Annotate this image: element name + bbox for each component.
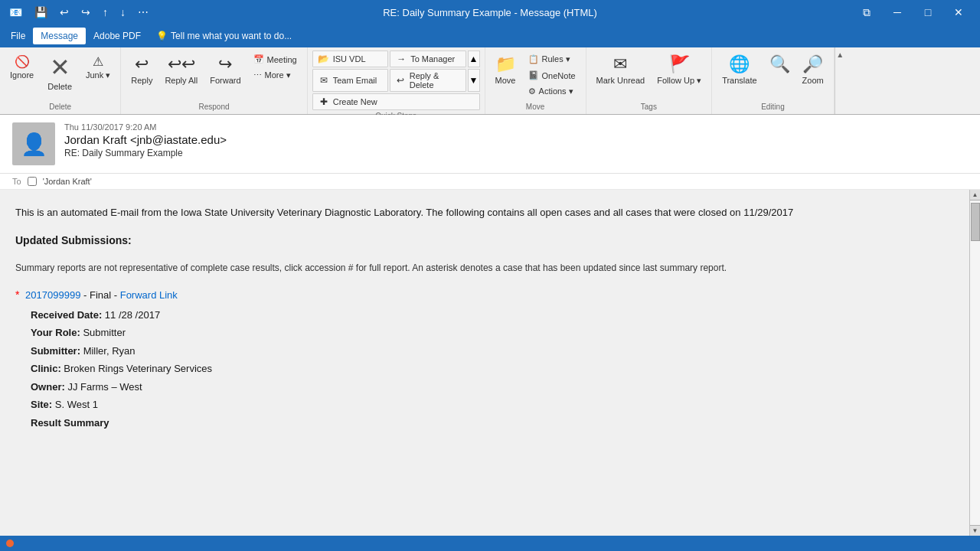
received-date-row: Received Date: 11 /28 /2017 <box>31 308 954 323</box>
qs-createnew-label: Create New <box>333 97 377 106</box>
follow-up-label: Follow Up ▾ <box>657 76 701 86</box>
forward-link[interactable]: Forward Link <box>120 289 178 301</box>
editing-buttons: 🌐 Translate 🔍 🔎 Zoom <box>717 51 829 101</box>
junk-label: Junk ▾ <box>86 70 110 80</box>
ribbon-group-tags: ✉ Mark Unread 🚩 Follow Up ▾ Tags <box>586 47 713 114</box>
actions-label: Actions ▾ <box>539 86 573 96</box>
your-role-value: Submitter <box>83 327 126 338</box>
tell-me-box[interactable]: 💡 Tell me what you want to do... <box>149 28 299 44</box>
rules-button[interactable]: 📋 Rules ▾ <box>523 52 581 67</box>
mark-unread-label: Mark Unread <box>596 76 645 85</box>
forward-button[interactable]: ↪ Forward <box>204 51 246 89</box>
more-icon: ⋯ <box>253 70 262 80</box>
ribbon-group-editing: 🌐 Translate 🔍 🔎 Zoom Editing <box>712 47 835 114</box>
editing-group-label: Editing <box>761 101 785 111</box>
asterisk-icon: * <box>15 289 19 301</box>
red-dot-icon <box>6 540 14 547</box>
move-button[interactable]: 📁 Move <box>490 51 521 89</box>
menu-file[interactable]: File <box>3 28 33 44</box>
scroll-thumb[interactable] <box>971 203 980 241</box>
ribbon-group-respond: ↩ Reply ↩↩ Reply All ↪ Forward 📅 Meeting <box>121 47 307 114</box>
email-container: 👤 Thu 11/30/2017 9:20 AM Jordan Kraft <j… <box>0 115 980 536</box>
scroll-track[interactable] <box>970 201 980 525</box>
menu-adobe[interactable]: Adobe PDF <box>86 28 149 44</box>
qs-isuvdl-label: ISU VDL <box>333 54 366 64</box>
ribbon-collapse-button[interactable]: ▲ <box>835 47 845 114</box>
move-label: Move <box>495 76 516 85</box>
vertical-scrollbar[interactable]: ▲ ▼ <box>969 190 980 536</box>
reply-all-button[interactable]: ↩↩ Reply All <box>159 51 203 89</box>
reply-all-label: Reply All <box>165 76 198 85</box>
delete-button[interactable]: ✕ Delete <box>41 51 79 93</box>
actions-button[interactable]: ⚙ Actions ▾ <box>523 84 581 99</box>
zoom-icon: 🔎 <box>802 54 823 74</box>
body-scroll-area: This is an automated E-mail from the Iow… <box>0 190 980 536</box>
restore-button[interactable]: ⧉ <box>851 0 882 24</box>
search-button[interactable]: 🔍 <box>764 51 795 80</box>
email-date: Thu 11/30/2017 9:20 AM <box>64 122 968 132</box>
ignore-button[interactable]: 🚫 Ignore <box>5 51 39 83</box>
rules-label: Rules ▾ <box>542 54 570 64</box>
respond-buttons: ↩ Reply ↩↩ Reply All ↪ Forward 📅 Meeting <box>126 51 302 101</box>
qs-isuvdl[interactable]: 📂 ISU VDL <box>312 51 388 67</box>
qs-tomanager[interactable]: → To Manager <box>390 51 466 67</box>
ribbon-group-delete: 🚫 Ignore ✕ Delete ⚠ Junk ▾ Delete <box>0 47 121 114</box>
translate-button[interactable]: 🌐 Translate <box>717 51 762 89</box>
case-entry: * 2017099999 - Final - Forward Link <box>15 287 954 303</box>
status-bar <box>0 536 980 551</box>
reply-icon: ↩ <box>135 54 149 74</box>
respond-small-btns: 📅 Meeting ⋯ More ▾ <box>248 52 302 83</box>
quicksteps-row3: ✚ Create New <box>312 93 480 110</box>
tell-me-text[interactable]: Tell me what you want to do... <box>171 31 292 41</box>
forward-label: Forward <box>210 76 240 85</box>
customize-icon[interactable]: ⋯ <box>135 5 152 20</box>
qs-replydelete[interactable]: ↩ Reply & Delete <box>390 69 466 92</box>
redo-icon[interactable]: ↪ <box>78 5 93 20</box>
maximize-button[interactable]: □ <box>913 0 943 24</box>
reply-button[interactable]: ↩ Reply <box>126 51 158 89</box>
case-number-link[interactable]: 2017099999 <box>25 289 80 301</box>
email-from: Jordan Kraft <jnb@iastate.edu> <box>64 133 968 146</box>
close-button[interactable]: ✕ <box>943 0 974 24</box>
to-label: To <box>12 177 21 186</box>
reply-all-icon: ↩↩ <box>168 54 195 74</box>
app-icon: 📧 <box>6 5 25 20</box>
lightbulb-icon: 💡 <box>156 31 168 41</box>
scroll-down-button[interactable]: ▼ <box>970 525 980 536</box>
move-buttons: 📁 Move 📋 Rules ▾ 📓 OneNote ⚙ Actions ▾ <box>490 51 581 101</box>
to-checkbox[interactable] <box>28 177 37 186</box>
qs-teamemail[interactable]: ✉ Team Email <box>312 69 388 92</box>
site-label: Site: <box>31 399 52 410</box>
junk-button[interactable]: ⚠ Junk ▾ <box>80 51 116 84</box>
site-row: Site: S. West 1 <box>31 397 954 412</box>
teamemail-icon: ✉ <box>318 74 330 86</box>
more-button[interactable]: ⋯ More ▾ <box>248 68 302 83</box>
move-group-label: Move <box>526 101 544 111</box>
delete-icon: ✕ <box>50 53 70 82</box>
result-summary-row: Result Summary <box>31 416 954 431</box>
menu-bar: File Message Adobe PDF 💡 Tell me what yo… <box>0 24 980 47</box>
mark-unread-button[interactable]: ✉ Mark Unread <box>591 51 651 89</box>
ribbon-group-move: 📁 Move 📋 Rules ▾ 📓 OneNote ⚙ Actions ▾ <box>485 47 586 114</box>
follow-up-button[interactable]: 🚩 Follow Up ▾ <box>652 51 707 90</box>
title-bar: 📧 💾 ↩ ↪ ↑ ↓ ⋯ RE: Daily Summary Example … <box>0 0 980 24</box>
meeting-button[interactable]: 📅 Meeting <box>248 52 302 67</box>
undo-icon[interactable]: ↩ <box>57 5 72 20</box>
save-icon[interactable]: 💾 <box>31 5 51 20</box>
title-bar-left: 📧 💾 ↩ ↪ ↑ ↓ ⋯ <box>6 5 152 20</box>
down-arrow-icon[interactable]: ↓ <box>117 5 129 20</box>
minimize-button[interactable]: ─ <box>882 0 913 24</box>
actions-icon: ⚙ <box>528 86 536 96</box>
zoom-button[interactable]: 🔎 Zoom <box>797 51 829 89</box>
move-icon: 📁 <box>495 54 516 74</box>
delete-group-label: Delete <box>49 101 71 111</box>
up-arrow-icon[interactable]: ↑ <box>100 5 111 20</box>
qs-expand-button[interactable]: ▲ <box>468 51 480 67</box>
scroll-up-button[interactable]: ▲ <box>970 190 980 201</box>
your-role-row: Your Role: Submitter <box>31 325 954 341</box>
qs-createnew[interactable]: ✚ Create New <box>312 93 480 110</box>
case-suffix: - Final - <box>83 289 117 301</box>
qs-expand2-button[interactable]: ▼ <box>468 69 480 92</box>
menu-message[interactable]: Message <box>33 28 86 44</box>
onenote-button[interactable]: 📓 OneNote <box>523 68 581 83</box>
